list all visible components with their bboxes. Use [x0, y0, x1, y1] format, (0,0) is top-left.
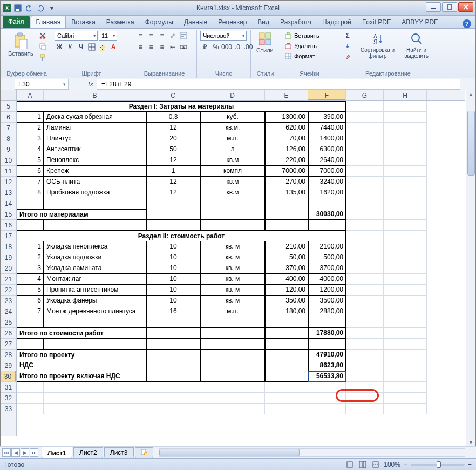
item-price[interactable]: 370,00 [265, 263, 308, 274]
item-sum[interactable]: 3700,00 [308, 263, 346, 274]
cell[interactable] [265, 209, 308, 220]
total-label[interactable]: Итого по стоимости работ [17, 328, 146, 339]
font-size-combo[interactable]: 11 [99, 31, 117, 41]
item-unit[interactable]: м.п. [200, 133, 265, 144]
cell[interactable] [308, 404, 346, 414]
row-header-8[interactable]: 8 [1, 133, 16, 144]
item-price[interactable]: 135,00 [265, 187, 308, 198]
cell[interactable] [146, 404, 200, 414]
cell[interactable] [384, 339, 427, 350]
comma-icon[interactable]: 000 [222, 42, 232, 52]
cell[interactable] [265, 317, 308, 328]
col-header-A[interactable]: A [17, 90, 44, 100]
item-sum[interactable]: 7440,00 [308, 123, 346, 133]
item-qty[interactable]: 10 [146, 285, 200, 296]
item-qty[interactable]: 10 [146, 274, 200, 285]
font-name-combo[interactable]: Calibri [55, 31, 98, 41]
cell[interactable] [346, 296, 384, 306]
cell[interactable] [384, 350, 427, 360]
row-header-27[interactable]: 27 [1, 339, 16, 350]
row-header-16[interactable]: 16 [1, 220, 16, 231]
cell[interactable] [17, 198, 44, 209]
cell[interactable] [146, 317, 200, 328]
cell[interactable] [44, 317, 146, 328]
cell[interactable] [308, 220, 346, 231]
row-header-12[interactable]: 12 [1, 177, 16, 187]
total-value[interactable]: 56533,80 [308, 371, 346, 382]
row-header-17[interactable]: 17 [1, 231, 16, 241]
sheet-tab-Лист1[interactable]: Лист1 [42, 447, 72, 458]
total-label[interactable]: Итого по проекту включая НДС [17, 371, 146, 382]
fill-icon[interactable] [343, 41, 352, 51]
cell[interactable] [200, 371, 265, 382]
cell[interactable] [308, 198, 346, 209]
item-unit[interactable]: кв. м [200, 252, 265, 263]
view-layout-icon[interactable] [358, 460, 368, 469]
zoom-slider[interactable] [411, 464, 465, 466]
item-unit[interactable]: кв. м [200, 296, 265, 306]
row-header-28[interactable]: 28 [1, 350, 16, 360]
formula-input[interactable] [100, 80, 457, 89]
item-sum[interactable]: 3500,00 [308, 296, 346, 306]
row-header-18[interactable]: 18 [1, 241, 16, 252]
align-center-icon[interactable]: ≡ [146, 42, 156, 52]
cell[interactable] [384, 328, 427, 339]
cell[interactable] [265, 371, 308, 382]
row-header-7[interactable]: 7 [1, 123, 16, 133]
cell[interactable] [346, 252, 384, 263]
align-bottom-icon[interactable]: ≡ [157, 31, 167, 41]
cell[interactable] [346, 123, 384, 133]
cell[interactable] [265, 350, 308, 360]
cell[interactable] [384, 101, 427, 112]
fx-icon[interactable]: fx [85, 80, 97, 88]
zoom-in-icon[interactable]: + [468, 461, 472, 468]
cell[interactable] [384, 306, 427, 317]
maximize-button[interactable] [442, 2, 457, 12]
ribbon-tab-надстрой[interactable]: Надстрой [317, 16, 357, 28]
item-name[interactable]: Укладка подложки [44, 252, 146, 263]
item-name[interactable]: Доска сухая обрезная [44, 112, 146, 123]
row-header-21[interactable]: 21 [1, 274, 16, 285]
cell[interactable] [265, 360, 308, 371]
row-header-23[interactable]: 23 [1, 296, 16, 306]
cell[interactable] [346, 144, 384, 155]
cell[interactable] [346, 382, 384, 393]
row-header-9[interactable]: 9 [1, 144, 16, 155]
cell[interactable] [384, 198, 427, 209]
col-header-C[interactable]: C [146, 90, 200, 100]
cell[interactable] [346, 220, 384, 231]
item-name[interactable]: Пропитка антисептиком [44, 285, 146, 296]
clear-icon[interactable] [343, 51, 352, 61]
ribbon-tab-разработч[interactable]: Разработч [275, 16, 317, 28]
cell[interactable] [384, 209, 427, 220]
item-qty[interactable]: 16 [146, 306, 200, 317]
autosum-icon[interactable]: Σ [343, 31, 352, 41]
cell[interactable] [346, 306, 384, 317]
view-pagebreak-icon[interactable] [371, 460, 380, 469]
row-header-31[interactable]: 31 [1, 382, 16, 393]
row-header-15[interactable]: 15 [1, 209, 16, 220]
item-price[interactable]: 270,00 [265, 177, 308, 187]
cell[interactable] [17, 404, 44, 414]
zoom-knob[interactable] [437, 461, 441, 468]
scroll-up-icon[interactable]: ▲ [467, 90, 475, 99]
total-label[interactable]: НДС [17, 360, 146, 371]
item-sum[interactable]: 7000,00 [308, 166, 346, 177]
cells-area[interactable]: Раздел I: Затраты на материалы1Доска сух… [17, 101, 465, 436]
item-sum[interactable]: 4000,00 [308, 274, 346, 285]
item-name[interactable]: Монтж деревянного плинтуса [44, 306, 146, 317]
item-price[interactable]: 70,00 [265, 133, 308, 144]
sheet-nav-last-icon[interactable]: ⏭ [30, 448, 38, 457]
cut-icon[interactable] [38, 31, 47, 41]
bold-button[interactable]: Ж [55, 42, 64, 52]
item-name[interactable]: Укладка ламината [44, 263, 146, 274]
align-left-icon[interactable]: ≡ [135, 42, 145, 52]
cell[interactable] [346, 285, 384, 296]
row-header-19[interactable]: 19 [1, 252, 16, 263]
row-header-11[interactable]: 11 [1, 166, 16, 177]
row-header-6[interactable]: 6 [1, 112, 16, 123]
total-label[interactable]: Итого по материалам [17, 209, 146, 220]
cell[interactable] [384, 263, 427, 274]
row-number[interactable]: 1 [17, 241, 44, 252]
item-name[interactable]: Укоадка фанеры [44, 296, 146, 306]
